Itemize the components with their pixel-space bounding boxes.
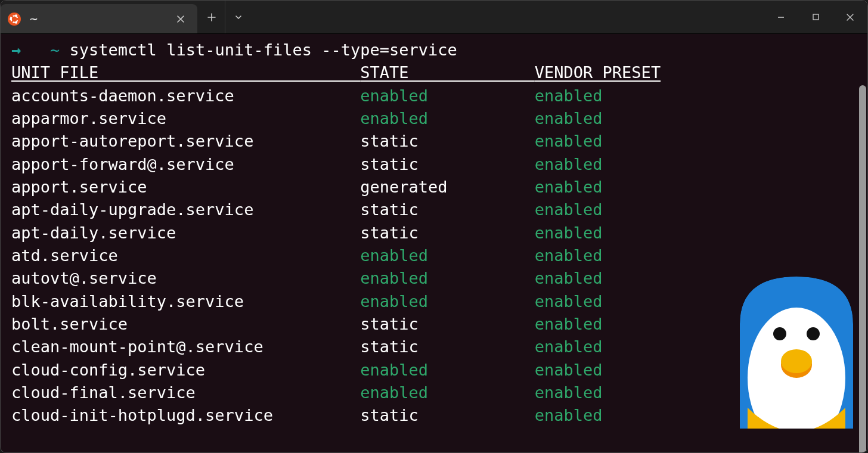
maximize-button[interactable] [798, 1, 833, 33]
preset-value: enabled [535, 406, 603, 424]
state-value: enabled [360, 246, 535, 265]
new-tab-button[interactable] [199, 1, 225, 33]
table-row: cloud-init-hotplugd.service static enabl… [11, 404, 867, 427]
unit-file: apport.service [11, 178, 360, 196]
unit-file: apt-daily.service [11, 224, 360, 242]
close-icon [177, 15, 184, 23]
state-value: generated [360, 178, 535, 196]
preset-value: enabled [535, 246, 603, 265]
table-row: apparmor.service enabled enabled [11, 107, 867, 130]
unit-file: bolt.service [11, 315, 360, 333]
ubuntu-icon [8, 13, 21, 26]
table-row: apport-autoreport.service static enabled [11, 130, 867, 153]
table-row: cloud-final.service enabled enabled [11, 381, 867, 404]
preset-value: enabled [535, 86, 603, 105]
state-value: enabled [360, 361, 535, 379]
preset-value: enabled [535, 155, 603, 173]
unit-file: apport-forward@.service [11, 155, 360, 173]
terminal-output: → ~ systemctl list-unit-files --type=ser… [11, 39, 867, 427]
state-value: static [360, 200, 535, 219]
unit-file: atd.service [11, 246, 360, 265]
unit-file: autovt@.service [11, 269, 360, 287]
plus-icon [207, 13, 216, 21]
state-value: static [360, 337, 535, 356]
maximize-icon [813, 14, 819, 20]
close-icon [847, 14, 854, 21]
state-value: enabled [360, 269, 535, 287]
table-row: blk-availability.service enabled enabled [11, 290, 867, 313]
svg-point-10 [781, 349, 812, 373]
tab-title: ~ [29, 13, 38, 25]
state-value: static [360, 315, 535, 333]
state-value: static [360, 155, 535, 173]
preset-value: enabled [535, 224, 603, 242]
state-value: static [360, 406, 535, 424]
terminal-window: ~ → ~ systemctl list-unit-fi [0, 0, 868, 453]
table-row: bolt.service static enabled [11, 313, 867, 336]
tab-strip: ~ [1, 1, 197, 33]
preset-value: enabled [535, 178, 603, 196]
minimize-icon [777, 14, 785, 21]
preset-value: enabled [535, 200, 603, 219]
svg-rect-3 [813, 14, 819, 20]
state-value: enabled [360, 383, 535, 402]
unit-file: apparmor.service [11, 109, 360, 128]
state-value: static [360, 224, 535, 242]
tab-dropdown-button[interactable] [225, 1, 252, 33]
unit-file: clean-mount-point@.service [11, 337, 360, 356]
preset-value: enabled [535, 337, 603, 356]
prompt-cwd: ~ [50, 41, 60, 59]
table-row: autovt@.service enabled enabled [11, 267, 867, 290]
unit-file: apt-daily-upgrade.service [11, 200, 360, 219]
svg-point-8 [807, 327, 820, 340]
table-row: cloud-config.service enabled enabled [11, 359, 867, 381]
window-controls [764, 1, 867, 33]
command-text: systemctl list-unit-files --type=service [70, 41, 457, 59]
chevron-down-icon [235, 14, 242, 21]
table-row: apt-daily-upgrade.service static enabled [11, 198, 867, 221]
table-row: apport-forward@.service static enabled [11, 153, 867, 176]
state-value: enabled [360, 292, 535, 311]
col-header-state: STATE [360, 63, 535, 82]
table-row: apport.service generated enabled [11, 176, 867, 198]
tab-active[interactable]: ~ [1, 4, 197, 33]
preset-value: enabled [535, 361, 603, 379]
preset-value: enabled [535, 132, 603, 150]
state-value: static [360, 132, 535, 150]
unit-file: accounts-daemon.service [11, 86, 360, 105]
prompt-arrow: → [11, 41, 21, 59]
col-header-unit: UNIT FILE [11, 63, 360, 82]
col-header-preset: VENDOR PRESET [535, 63, 661, 82]
terminal-viewport[interactable]: → ~ systemctl list-unit-files --type=ser… [1, 34, 867, 452]
preset-value: enabled [535, 109, 603, 128]
minimize-button[interactable] [764, 1, 798, 33]
preset-value: enabled [535, 383, 603, 402]
tab-close-button[interactable] [175, 13, 187, 25]
unit-file: cloud-init-hotplugd.service [11, 406, 360, 424]
unit-file: cloud-final.service [11, 383, 360, 402]
unit-file: blk-availability.service [11, 292, 360, 311]
table-row: atd.service enabled enabled [11, 244, 867, 267]
preset-value: enabled [535, 315, 603, 333]
window-close-button[interactable] [833, 1, 867, 33]
scrollbar-track[interactable] [859, 85, 866, 453]
unit-file: apport-autoreport.service [11, 132, 360, 150]
state-value: enabled [360, 86, 535, 105]
penguin-badge-icon [740, 277, 853, 429]
table-row: clean-mount-point@.service static enable… [11, 336, 867, 358]
table-row: apt-daily.service static enabled [11, 222, 867, 244]
state-value: enabled [360, 109, 535, 128]
preset-value: enabled [535, 292, 603, 311]
svg-point-7 [773, 327, 786, 340]
scrollbar-thumb[interactable] [859, 85, 866, 453]
table-row: accounts-daemon.service enabled enabled [11, 85, 867, 107]
preset-value: enabled [535, 269, 603, 287]
titlebar[interactable]: ~ [1, 1, 867, 34]
unit-file: cloud-config.service [11, 361, 360, 379]
titlebar-drag-area[interactable] [252, 1, 764, 33]
